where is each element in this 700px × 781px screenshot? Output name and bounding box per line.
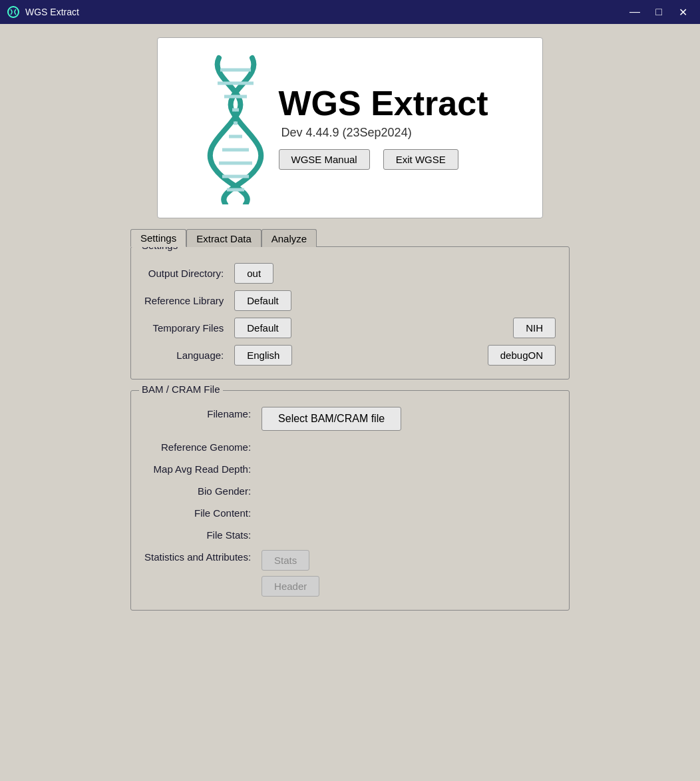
output-directory-label: Output Directory:	[144, 268, 224, 279]
header-card: WGS Extract Dev 4.44.9 (23Sep2024) WGSE …	[157, 37, 543, 218]
language-controls: English debugON	[234, 345, 556, 366]
tab-analyze[interactable]: Analyze	[262, 229, 317, 247]
tab-settings[interactable]: Settings	[130, 229, 186, 247]
temporary-files-default-button[interactable]: Default	[234, 318, 291, 338]
select-bam-cram-button[interactable]: Select BAM/CRAM file	[262, 407, 401, 431]
maximize-button[interactable]: □	[648, 3, 669, 21]
exit-wgse-button[interactable]: Exit WGSE	[383, 149, 458, 170]
reference-genome-label: Reference Genome:	[144, 440, 251, 453]
close-button[interactable]: ✕	[672, 3, 693, 21]
reference-library-label: Reference Library	[144, 295, 224, 306]
temporary-files-label: Temporary Files	[144, 322, 224, 334]
filename-label: Filename:	[144, 407, 251, 419]
window-title: WGS Extract	[25, 7, 624, 17]
language-label: Language:	[144, 350, 224, 361]
titlebar: WGS Extract — □ ✕	[0, 0, 700, 24]
map-avg-read-depth-label: Map Avg Read Depth:	[144, 462, 251, 475]
app-title: WGS Extract	[279, 86, 488, 121]
debug-on-button[interactable]: debugON	[488, 345, 556, 366]
tabs-row: Settings Extract Data Analyze	[130, 229, 570, 247]
file-stats-label: File Stats:	[144, 528, 251, 541]
statistics-controls: Stats Header	[262, 550, 556, 597]
temporary-files-controls: Default NIH	[234, 318, 556, 338]
app-icon	[7, 5, 20, 19]
file-content-label: File Content:	[144, 506, 251, 519]
header-right: WGS Extract Dev 4.44.9 (23Sep2024) WGSE …	[279, 86, 488, 170]
minimize-button[interactable]: —	[624, 3, 645, 21]
nih-button[interactable]: NIH	[513, 318, 556, 338]
header-buttons: WGSE Manual Exit WGSE	[279, 149, 458, 170]
app-version: Dev 4.44.9 (23Sep2024)	[281, 126, 412, 140]
settings-panel: Settings Output Directory: out Reference…	[130, 246, 570, 380]
output-directory-button[interactable]: out	[234, 263, 273, 284]
reference-library-button[interactable]: Default	[234, 290, 291, 311]
tab-extract-data[interactable]: Extract Data	[186, 229, 262, 247]
tabs-container: Settings Extract Data Analyze Settings O…	[130, 229, 570, 611]
bam-panel-label: BAM / CRAM File	[139, 384, 223, 395]
main-content: WGS Extract Dev 4.44.9 (23Sep2024) WGSE …	[0, 24, 700, 624]
language-button[interactable]: English	[234, 345, 292, 366]
reference-library-controls: Default	[234, 290, 556, 311]
statistics-attributes-label: Statistics and Attributes:	[144, 550, 251, 563]
bam-cram-panel: BAM / CRAM File Filename: Select BAM/CRA…	[130, 390, 570, 611]
window-controls: — □ ✕	[624, 3, 693, 21]
settings-grid: Output Directory: out Reference Library …	[144, 263, 556, 366]
header-top: WGS Extract Dev 4.44.9 (23Sep2024) WGSE …	[206, 51, 488, 204]
output-directory-controls: out	[234, 263, 556, 284]
bio-gender-label: Bio Gender:	[144, 484, 251, 497]
dna-logo	[206, 51, 265, 204]
svg-point-0	[8, 7, 19, 17]
filename-controls: Select BAM/CRAM file	[262, 407, 556, 431]
stats-button[interactable]: Stats	[262, 550, 309, 571]
header-button[interactable]: Header	[262, 576, 319, 597]
wgse-manual-button[interactable]: WGSE Manual	[279, 149, 370, 170]
bam-grid: Filename: Select BAM/CRAM file Reference…	[144, 407, 556, 597]
